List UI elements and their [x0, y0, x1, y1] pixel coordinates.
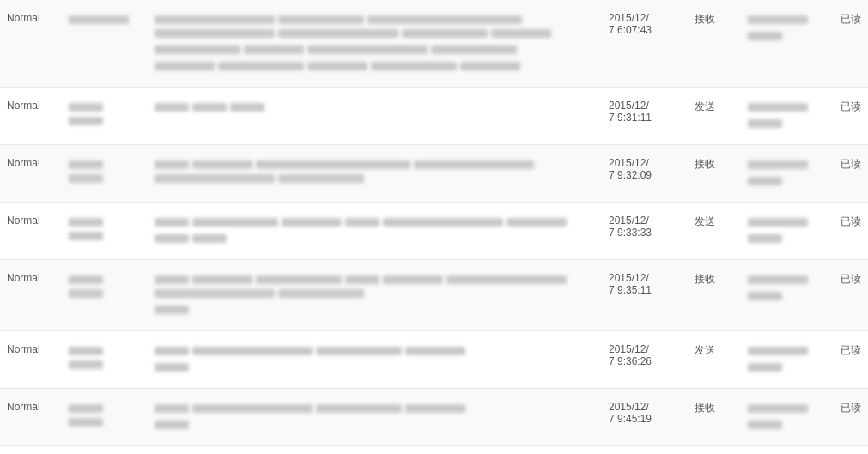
message-status: 已读: [834, 340, 868, 361]
sender: [60, 9, 146, 32]
message-status: 已读: [834, 96, 868, 118]
message-type: Normal: [0, 96, 60, 115]
message-content: [146, 96, 602, 119]
message-content: [146, 9, 602, 78]
contact: [739, 269, 834, 308]
table-row[interactable]: Normal2015/12/ 7 9:45:19接收已读: [0, 389, 868, 446]
sender: [60, 269, 146, 306]
message-direction: 接收: [688, 269, 739, 290]
message-time: 2015/12/ 7 9:35:11: [602, 269, 688, 300]
sender: [60, 340, 146, 377]
contact: [739, 340, 834, 379]
message-status: 已读: [834, 9, 868, 30]
message-direction: 发送: [688, 211, 739, 233]
contact: [739, 397, 834, 437]
contact: [739, 9, 834, 48]
message-status: 已读: [834, 397, 868, 419]
message-content: [146, 397, 602, 437]
message-direction: 接收: [688, 9, 739, 30]
message-type: Normal: [0, 397, 60, 416]
message-direction: 发送: [688, 340, 739, 361]
message-time: 2015/12/ 7 6:07:43: [602, 9, 688, 39]
message-type: Normal: [0, 211, 60, 230]
message-status: 已读: [834, 269, 868, 290]
message-direction: 接收: [688, 154, 739, 175]
sender: [60, 154, 146, 191]
contact: [739, 96, 834, 136]
message-content: [146, 269, 602, 322]
message-status: 已读: [834, 154, 868, 175]
message-status: 已读: [834, 211, 868, 233]
table-row[interactable]: Normal2015/12/ 7 9:32:09接收已读: [0, 145, 868, 203]
sender: [60, 211, 146, 248]
table-row[interactable]: Normal2015/12/ 7 9:35:11接收已读: [0, 260, 868, 331]
message-time: 2015/12/ 7 9:31:11: [602, 96, 688, 127]
message-direction: 发送: [688, 96, 739, 118]
message-direction: 接收: [688, 397, 739, 419]
table-row[interactable]: Normal2015/12/ 7 9:59:43发送已读: [0, 446, 868, 454]
contact: [739, 154, 834, 193]
message-type: Normal: [0, 340, 60, 359]
message-time: 2015/12/ 7 9:33:33: [602, 211, 688, 242]
table-row[interactable]: Normal2015/12/ 7 9:33:33发送已读: [0, 203, 868, 260]
message-time: 2015/12/ 7 9:45:19: [602, 397, 688, 428]
message-content: [146, 154, 602, 191]
message-table: Normal2015/12/ 7 6:07:43接收已读Normal2015/1…: [0, 0, 868, 454]
table-row[interactable]: Normal2015/12/ 7 6:07:43接收已读: [0, 0, 868, 88]
message-content: [146, 340, 602, 379]
sender: [60, 397, 146, 434]
message-type: Normal: [0, 9, 60, 27]
message-content: [146, 211, 602, 251]
message-time: 2015/12/ 7 9:32:09: [602, 154, 688, 185]
sender: [60, 96, 146, 133]
message-type: Normal: [0, 154, 60, 173]
table-row[interactable]: Normal2015/12/ 7 9:36:26发送已读: [0, 331, 868, 389]
contact: [739, 211, 834, 251]
message-time: 2015/12/ 7 9:36:26: [602, 340, 688, 371]
message-type: Normal: [0, 269, 60, 288]
table-row[interactable]: Normal2015/12/ 7 9:31:11发送已读: [0, 88, 868, 145]
